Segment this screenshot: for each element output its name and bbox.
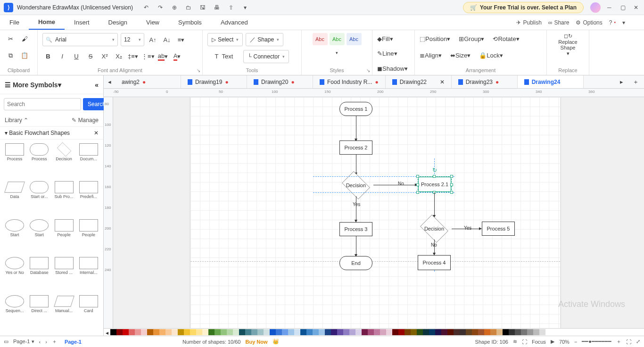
font-size-select[interactable]: 12▾	[121, 33, 144, 46]
color-swatch[interactable]	[441, 329, 447, 335]
minimize-button[interactable]: ─	[607, 4, 614, 11]
paste-button[interactable]: 📋	[19, 50, 30, 61]
color-swatch[interactable]	[239, 329, 245, 335]
color-swatch[interactable]	[282, 329, 288, 335]
color-swatch[interactable]	[392, 329, 398, 335]
color-swatch[interactable]	[129, 329, 135, 335]
zoom-out[interactable]: −	[574, 339, 577, 345]
strike-button[interactable]: S	[85, 51, 96, 62]
color-swatch[interactable]	[184, 329, 190, 335]
color-swatch[interactable]	[110, 329, 116, 335]
shape-start[interactable]: Start	[27, 219, 51, 256]
color-swatch[interactable]	[503, 329, 509, 335]
tab-file[interactable]: File	[0, 15, 29, 30]
color-swatch[interactable]	[276, 329, 282, 335]
shape-sub pro...[interactable]: Sub Pro...	[52, 181, 76, 218]
tab-home[interactable]: Home	[29, 15, 65, 30]
bold-button[interactable]: B	[42, 51, 54, 62]
select-tool[interactable]: ▷ Select	[207, 33, 243, 46]
zoom-in[interactable]: ＋	[616, 338, 621, 345]
shape-people[interactable]: People	[52, 219, 76, 256]
page-tab[interactable]: Page-1	[62, 339, 84, 345]
zoom-value[interactable]: 70%	[559, 339, 570, 345]
buy-icon[interactable]: 👑	[272, 339, 279, 345]
font-select[interactable]: Arial	[42, 33, 118, 46]
color-swatch[interactable]	[417, 329, 423, 335]
open-button[interactable]: 🗀	[185, 4, 192, 11]
color-swatch[interactable]	[466, 329, 472, 335]
style-preset-3[interactable]: Abc	[347, 33, 362, 45]
new-tab-button[interactable]: ＋	[630, 76, 641, 88]
options-button[interactable]: ⚙ Options	[576, 19, 602, 26]
color-swatch[interactable]	[202, 329, 208, 335]
styles-dialog-launcher[interactable]: ↘	[366, 68, 370, 73]
color-swatch[interactable]	[460, 329, 466, 335]
color-swatch[interactable]	[405, 329, 411, 335]
color-swatch[interactable]	[362, 329, 368, 335]
color-swatch[interactable]	[515, 329, 521, 335]
color-swatch[interactable]	[337, 329, 343, 335]
italic-button[interactable]: I	[57, 51, 68, 62]
color-swatch[interactable]	[270, 329, 276, 335]
tab-design[interactable]: Design	[99, 15, 137, 30]
color-swatch[interactable]	[153, 329, 159, 335]
color-swatch[interactable]	[423, 329, 429, 335]
color-swatch[interactable]	[343, 329, 349, 335]
color-swatch[interactable]	[172, 329, 178, 335]
doc-tab-0[interactable]: awing2●	[115, 75, 181, 88]
align-button[interactable]: ≣ Align▾	[420, 50, 442, 61]
line-button[interactable]: ✎ Line▾	[377, 48, 397, 59]
color-swatch[interactable]	[319, 329, 325, 335]
library-link[interactable]: Library ⌃	[5, 117, 28, 124]
category-toggle[interactable]: ▾ Basic Flowchart Shapes	[5, 130, 70, 136]
add-page[interactable]: ＋	[52, 338, 57, 345]
line-spacing[interactable]: ‡≡▾	[127, 51, 139, 62]
color-swatch[interactable]	[331, 329, 337, 335]
color-swatch[interactable]	[454, 329, 460, 335]
redo-button[interactable]: ↷	[157, 4, 164, 11]
color-swatch[interactable]	[478, 329, 484, 335]
shape-yes or no[interactable]: Yes or No	[3, 257, 26, 294]
doc-tab-2[interactable]: Drawing20●	[247, 75, 313, 88]
color-swatch[interactable]	[429, 329, 435, 335]
color-swatch[interactable]	[490, 329, 496, 335]
color-swatch[interactable]	[208, 329, 215, 335]
sidebar-title[interactable]: ☰ More Symbols▾	[5, 81, 61, 89]
color-swatch[interactable]	[300, 329, 306, 335]
color-swatch[interactable]	[233, 329, 239, 335]
pages-mode[interactable]: ▭	[4, 339, 8, 345]
color-swatch[interactable]	[245, 329, 251, 335]
color-swatch[interactable]	[533, 329, 539, 335]
color-swatch[interactable]	[294, 329, 300, 335]
position-button[interactable]: ⬚ Position▾	[420, 33, 450, 44]
share-button[interactable]: ∞ Share	[548, 19, 570, 26]
shape-people[interactable]: People	[77, 219, 100, 256]
node-end[interactable]: End	[339, 256, 372, 270]
next-page[interactable]: ›	[45, 339, 47, 345]
color-swatch[interactable]	[264, 329, 270, 335]
shape-start or...[interactable]: Start or...	[27, 181, 51, 218]
ruler-vertical[interactable]: 80100120140160180200220240	[104, 97, 113, 328]
tab-symbols[interactable]: Symbols	[169, 15, 211, 30]
ruler-horizontal[interactable]: -50050100150200250300340360	[104, 89, 644, 97]
sidebar-collapse[interactable]: «	[95, 81, 99, 89]
category-close[interactable]: ✕	[94, 130, 99, 136]
shape-docum...[interactable]: Docum...	[77, 143, 100, 180]
tab-advanced[interactable]: Advanced	[211, 15, 257, 30]
color-swatch[interactable]	[288, 329, 294, 335]
color-swatch[interactable]	[472, 329, 478, 335]
shape-decision[interactable]: Decision	[52, 143, 76, 180]
help-button[interactable]: ?•	[609, 19, 616, 26]
size-button[interactable]: ⬌ Size▾	[450, 50, 471, 61]
close-button[interactable]: ✕	[634, 4, 640, 11]
node-process21[interactable]: Process 2.1	[418, 177, 451, 192]
shape-process[interactable]: Process	[27, 143, 51, 180]
shape-sequen...[interactable]: Sequen...	[3, 295, 26, 332]
presentation-icon[interactable]: ▶	[551, 339, 554, 345]
shape-process[interactable]: Process	[3, 143, 26, 180]
cut-button[interactable]: ✂	[5, 33, 16, 44]
increase-font[interactable]: A↑	[147, 34, 158, 45]
color-swatch[interactable]	[545, 329, 552, 335]
qat-more[interactable]: ▾	[241, 4, 249, 11]
trial-banner[interactable]: 🛒 Your Free Trial is over. Select a Plan	[463, 2, 584, 13]
